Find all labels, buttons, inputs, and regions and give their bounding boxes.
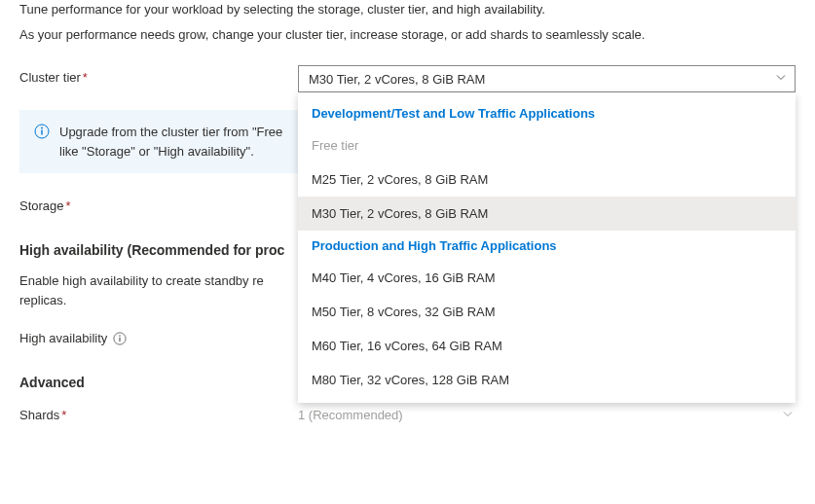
cluster-tier-dropdown-wrapper: M30 Tier, 2 vCores, 8 GiB RAM Developmen…: [298, 65, 796, 92]
required-asterisk: *: [66, 198, 71, 213]
dropdown-option[interactable]: M40 Tier, 4 vCores, 16 GiB RAM: [298, 261, 796, 295]
cluster-tier-label: Cluster tier*: [19, 65, 298, 85]
dropdown-option[interactable]: M60 Tier, 16 vCores, 64 GiB RAM: [298, 329, 796, 363]
required-asterisk: *: [61, 408, 66, 422]
ha-desc-line1: Enable high availability to create stand…: [19, 271, 298, 291]
cluster-tier-row: Cluster tier* M30 Tier, 2 vCores, 8 GiB …: [19, 65, 796, 92]
cluster-tier-selected-value: M30 Tier, 2 vCores, 8 GiB RAM: [309, 72, 485, 87]
dropdown-option[interactable]: M50 Tier, 8 vCores, 32 GiB RAM: [298, 295, 796, 329]
shards-row: Shards* 1 (Recommended): [19, 408, 796, 422]
intro-line-2: As your performance needs grow, change y…: [19, 25, 796, 45]
dropdown-option[interactable]: M25 Tier, 2 vCores, 8 GiB RAM: [298, 162, 796, 197]
high-availability-description: Enable high availability to create stand…: [19, 271, 298, 309]
shards-label: Shards*: [19, 408, 298, 422]
info-text-line2: like "Storage" or "High availability".: [59, 142, 282, 162]
dropdown-option[interactable]: M80 Tier, 32 vCores, 128 GiB RAM: [298, 363, 796, 397]
dropdown-option: Free tier: [298, 128, 796, 162]
info-text-line1: Upgrade from the cluster tier from "Free: [59, 123, 282, 142]
svg-rect-2: [41, 130, 42, 135]
svg-point-4: [120, 335, 122, 337]
storage-label-text: Storage: [19, 198, 64, 213]
intro-line-1: Tune performance for your workload by se…: [19, 0, 796, 19]
dropdown-group-header: Development/Test and Low Traffic Applica…: [298, 98, 796, 128]
cluster-tier-dropdown[interactable]: M30 Tier, 2 vCores, 8 GiB RAM: [298, 65, 796, 92]
dropdown-group-header: Production and High Traffic Applications: [298, 231, 796, 261]
svg-rect-5: [120, 337, 121, 341]
high-availability-label: High availability: [19, 331, 107, 345]
cluster-tier-dropdown-list: Development/Test and Low Traffic Applica…: [298, 92, 796, 403]
storage-label: Storage*: [19, 198, 298, 213]
chevron-down-icon: [775, 72, 787, 87]
chevron-down-icon: [782, 408, 794, 422]
shards-label-text: Shards: [19, 408, 59, 422]
info-text: Upgrade from the cluster tier from "Free…: [59, 123, 282, 161]
dropdown-option[interactable]: M30 Tier, 2 vCores, 8 GiB RAM: [298, 197, 796, 231]
high-availability-heading: High availability (Recommended for proc: [19, 242, 298, 258]
svg-point-1: [41, 127, 43, 129]
high-availability-label-row: High availability: [19, 331, 298, 345]
shards-selected-value: 1 (Recommended): [298, 408, 403, 422]
info-icon[interactable]: [113, 332, 127, 345]
info-banner: Upgrade from the cluster tier from "Free…: [19, 110, 298, 173]
shards-dropdown[interactable]: 1 (Recommended): [298, 408, 796, 422]
info-icon: [34, 124, 50, 145]
ha-desc-line2: replicas.: [19, 291, 298, 310]
cluster-tier-label-text: Cluster tier: [19, 70, 81, 85]
required-asterisk: *: [83, 70, 88, 85]
